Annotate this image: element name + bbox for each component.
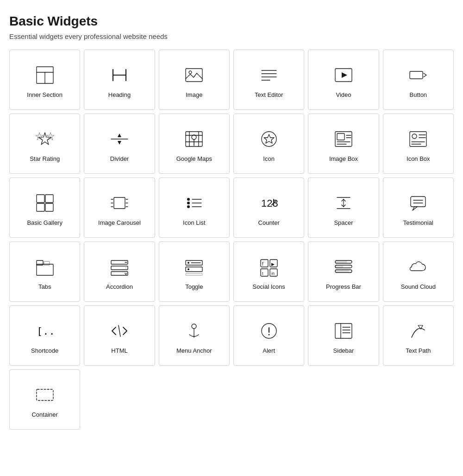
widget-label-text-editor: Text Editor xyxy=(255,91,283,99)
svg-rect-106 xyxy=(37,389,53,400)
svg-text:123: 123 xyxy=(261,197,278,209)
svg-rect-40 xyxy=(37,203,44,211)
sidebar-icon xyxy=(332,319,355,343)
widget-card-star-rating[interactable]: Star Rating xyxy=(9,114,80,174)
svg-rect-92 xyxy=(335,270,349,273)
svg-text:in: in xyxy=(271,271,275,276)
widget-card-accordion[interactable]: Accordion xyxy=(84,241,155,302)
svg-marker-10 xyxy=(342,72,347,78)
svg-rect-27 xyxy=(337,133,344,140)
widget-label-accordion: Accordion xyxy=(106,283,133,291)
toggle-icon xyxy=(182,255,206,279)
widget-label-image-carousel: Image Carousel xyxy=(98,219,141,227)
widget-card-toggle[interactable]: Toggle xyxy=(159,241,230,302)
svg-point-49 xyxy=(187,198,190,201)
widget-card-icon-list[interactable]: Icon List xyxy=(159,178,230,238)
widget-label-menu-anchor: Menu Anchor xyxy=(176,347,212,355)
progress-bar-icon xyxy=(332,255,355,279)
widget-label-html: HTML xyxy=(111,347,127,355)
svg-rect-42 xyxy=(114,197,125,209)
widget-card-spacer[interactable]: Spacer xyxy=(308,178,379,238)
widget-label-text-path: Text Path xyxy=(406,347,431,355)
widget-label-tabs: Tabs xyxy=(38,283,51,291)
widget-card-tabs[interactable]: Tabs xyxy=(9,241,80,302)
widgets-grid: Inner SectionHeadingImageText EditorVide… xyxy=(9,50,454,430)
widget-card-text-path[interactable]: Text Path xyxy=(383,305,454,366)
icon-box-icon xyxy=(407,127,430,151)
widget-card-menu-anchor[interactable]: Menu Anchor xyxy=(159,305,230,366)
widget-label-icon: Icon xyxy=(263,155,275,163)
widget-card-counter[interactable]: 123Counter xyxy=(233,178,304,238)
widget-card-testimonial[interactable]: Testimonial xyxy=(383,178,454,238)
widget-card-text-editor[interactable]: Text Editor xyxy=(233,50,304,110)
widget-label-sound-cloud: Sound Cloud xyxy=(401,283,436,291)
widget-card-icon-box[interactable]: Icon Box xyxy=(383,114,454,174)
widget-card-inner-section[interactable]: Inner Section xyxy=(9,50,80,110)
widget-label-progress-bar: Progress Bar xyxy=(326,283,361,291)
text-path-icon xyxy=(407,319,430,343)
widget-label-counter: Counter xyxy=(258,219,280,227)
widget-label-button: Button xyxy=(410,91,427,99)
sound-cloud-icon xyxy=(407,255,430,279)
image-icon xyxy=(182,63,206,87)
testimonial-icon xyxy=(407,191,430,215)
svg-point-74 xyxy=(188,262,189,264)
svg-point-50 xyxy=(187,202,190,204)
svg-point-77 xyxy=(188,268,189,270)
svg-rect-11 xyxy=(410,71,423,79)
basic-gallery-icon xyxy=(33,191,56,215)
svg-marker-12 xyxy=(38,133,51,145)
spacer-icon xyxy=(332,191,355,215)
svg-rect-78 xyxy=(186,273,202,275)
widget-card-image[interactable]: Image xyxy=(159,50,230,110)
widget-card-html[interactable]: HTML xyxy=(84,305,155,366)
video-icon xyxy=(332,63,355,87)
image-box-icon xyxy=(332,127,355,151)
widget-card-icon[interactable]: Icon xyxy=(233,114,304,174)
accordion-icon xyxy=(108,255,131,279)
widget-card-image-carousel[interactable]: Image Carousel xyxy=(84,178,155,238)
svg-rect-90 xyxy=(335,265,344,268)
image-carousel-icon xyxy=(108,191,131,215)
shortcode-icon: [...] xyxy=(33,319,56,343)
widget-card-image-box[interactable]: Image Box xyxy=(308,114,379,174)
widget-label-image-box: Image Box xyxy=(329,155,358,163)
svg-rect-61 xyxy=(411,197,425,207)
widget-card-alert[interactable]: Alert xyxy=(233,305,304,366)
widget-card-sound-cloud[interactable]: Sound Cloud xyxy=(383,241,454,302)
widget-card-progress-bar[interactable]: Progress Bar xyxy=(308,241,379,302)
svg-point-24 xyxy=(262,132,276,146)
svg-text:f: f xyxy=(262,261,263,267)
widget-card-google-maps[interactable]: Google Maps xyxy=(159,114,230,174)
widget-card-video[interactable]: Video xyxy=(308,50,379,110)
widget-label-basic-gallery: Basic Gallery xyxy=(27,219,63,227)
widget-card-shortcode[interactable]: [...]Shortcode xyxy=(9,305,80,366)
widget-card-heading[interactable]: Heading xyxy=(84,50,155,110)
widget-card-sidebar[interactable]: Sidebar xyxy=(308,305,379,366)
svg-rect-38 xyxy=(37,195,44,203)
widget-label-google-maps: Google Maps xyxy=(176,155,212,163)
menu-anchor-icon xyxy=(182,319,206,343)
svg-rect-65 xyxy=(37,264,53,275)
widget-label-testimonial: Testimonial xyxy=(403,219,433,227)
svg-marker-14 xyxy=(47,133,54,140)
inner-section-icon xyxy=(33,63,56,87)
widget-card-container[interactable]: Container xyxy=(9,369,80,430)
html-icon xyxy=(108,319,131,343)
widget-card-social-icons[interactable]: f▶tinSocial Icons xyxy=(233,241,304,302)
svg-rect-88 xyxy=(335,260,347,263)
widget-card-divider[interactable]: Divider xyxy=(84,114,155,174)
svg-rect-39 xyxy=(45,195,53,203)
widget-label-spacer: Spacer xyxy=(334,219,353,227)
tabs-icon xyxy=(33,255,56,279)
divider-icon xyxy=(108,127,131,151)
widget-card-button[interactable]: Button xyxy=(383,50,454,110)
alert-icon xyxy=(257,319,281,343)
svg-point-4 xyxy=(189,71,192,74)
heading-icon xyxy=(108,63,131,87)
page-title: Basic Widgets xyxy=(9,14,454,29)
svg-rect-69 xyxy=(111,266,128,270)
widget-label-alert: Alert xyxy=(263,347,275,355)
widget-card-basic-gallery[interactable]: Basic Gallery xyxy=(9,178,80,238)
svg-point-33 xyxy=(412,134,417,139)
